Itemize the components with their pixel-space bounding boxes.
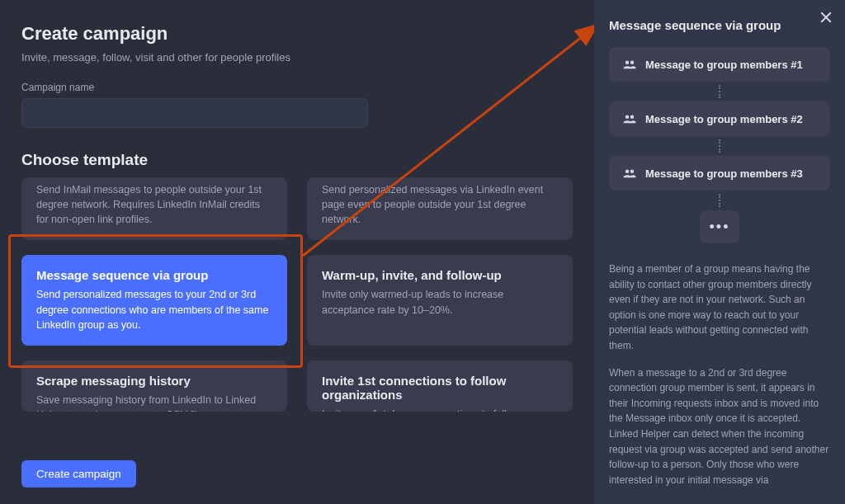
template-title: Scrape messaging history — [36, 374, 272, 388]
page-title: Create campaign — [21, 23, 573, 45]
step-label: Message to group members #3 — [645, 167, 803, 180]
template-title: Message sequence via group — [36, 268, 272, 282]
template-desc: Invite only warmed-up leads to increase … — [322, 287, 558, 317]
side-description: Being a member of a group means having t… — [609, 261, 830, 488]
svg-point-5 — [630, 61, 635, 65]
close-icon[interactable] — [819, 10, 833, 25]
step-connector — [609, 191, 830, 210]
sequence-step[interactable]: Message to group members #3 — [609, 156, 830, 191]
template-desc: Send InMail messages to people outside y… — [36, 182, 272, 227]
svg-point-4 — [625, 61, 630, 65]
template-card-inmail[interactable]: Send InMail messages to people outside y… — [21, 177, 287, 240]
step-connector — [609, 136, 830, 156]
template-desc: Send personalized messages to your 2nd o… — [36, 287, 272, 332]
template-card-scrape[interactable]: Scrape messaging history Save messaging … — [21, 360, 287, 412]
choose-template-title: Choose template — [21, 151, 573, 169]
template-title: Warm-up, invite, and follow-up — [322, 268, 558, 282]
side-panel: Message sequence via group Message to gr… — [594, 0, 845, 504]
create-campaign-button[interactable]: Create campaign — [21, 460, 136, 488]
svg-point-9 — [630, 170, 635, 174]
template-desc: Send personalized messages via LinkedIn … — [322, 182, 558, 227]
side-paragraph: Being a member of a group means having t… — [609, 261, 830, 354]
template-card-invite-follow[interactable]: Invite 1st connections to follow organiz… — [307, 360, 573, 412]
page-subtitle: Invite, message, follow, visit and other… — [21, 51, 573, 64]
ellipsis-icon: ••• — [710, 219, 730, 234]
template-title: Invite 1st connections to follow organiz… — [322, 374, 558, 402]
side-paragraph: When a message to a 2nd or 3rd degree co… — [609, 365, 830, 488]
svg-point-8 — [625, 170, 630, 174]
step-connector — [609, 82, 830, 101]
templates-grid: Send InMail messages to people outside y… — [21, 177, 573, 412]
campaign-name-label: Campaign name — [21, 82, 573, 93]
group-message-icon — [622, 57, 637, 72]
step-label: Message to group members #1 — [645, 59, 803, 71]
side-panel-title: Message sequence via group — [609, 18, 830, 32]
svg-point-7 — [630, 115, 635, 120]
template-desc: Invite your 1st degree connections to fo… — [322, 407, 558, 412]
campaign-name-input[interactable] — [21, 98, 368, 128]
sequence-step[interactable]: Message to group members #2 — [609, 101, 830, 136]
main-panel: Create campaign Invite, message, follow,… — [0, 0, 594, 504]
template-desc: Save messaging history from LinkedIn to … — [36, 393, 272, 412]
svg-point-6 — [625, 115, 630, 120]
group-message-icon — [622, 166, 637, 181]
more-steps-button[interactable]: ••• — [700, 210, 739, 243]
template-card-warmup[interactable]: Warm-up, invite, and follow-up Invite on… — [307, 255, 573, 345]
template-card-event[interactable]: Send personalized messages via LinkedIn … — [307, 177, 573, 240]
sequence-step[interactable]: Message to group members #1 — [609, 47, 830, 82]
step-label: Message to group members #2 — [645, 113, 803, 125]
template-card-group-sequence[interactable]: Message sequence via group Send personal… — [21, 255, 287, 345]
group-message-icon — [622, 111, 637, 126]
